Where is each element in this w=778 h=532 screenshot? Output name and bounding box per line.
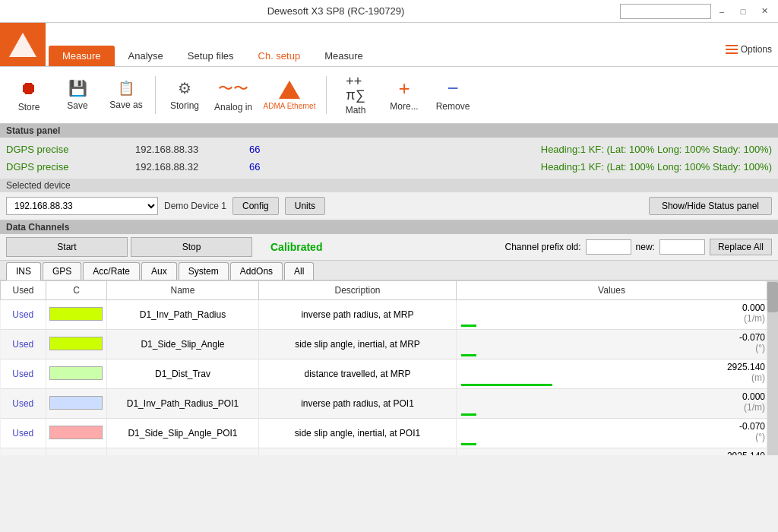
table-row: UsedD1_Side_Slip_Angle_POI1side slip ang… — [1, 419, 767, 448]
cell-color — [46, 419, 107, 448]
save-as-button[interactable]: 📋 Save as — [103, 71, 149, 120]
col-color: C — [46, 281, 107, 300]
prefix-new-input[interactable] — [659, 239, 705, 255]
cell-color — [46, 330, 107, 359]
cell-name: D1_Inv_Path_Radius — [107, 300, 259, 330]
replace-all-button[interactable]: Replace All — [710, 239, 772, 255]
menu-bar: Measure Analyse Setup files Ch. setup Me… — [0, 23, 778, 67]
units-button[interactable]: Units — [285, 197, 325, 215]
device-name-label: Demo Device 1 — [164, 201, 226, 211]
table-scroll-wrapper: Used C Name Description Values UsedD1_In… — [0, 280, 767, 455]
maximize-button[interactable]: □ — [735, 4, 751, 19]
table-area: Used C Name Description Values UsedD1_In… — [0, 280, 778, 455]
search-input[interactable] — [620, 4, 711, 19]
minimize-button[interactable]: – — [714, 4, 729, 19]
selected-device-section: Selected device 192.168.88.33 Demo Devic… — [0, 179, 778, 220]
status-port-1[interactable]: 66 — [249, 144, 272, 155]
cell-description: inverse path radius, at MRP — [259, 300, 457, 330]
adma-ethernet-button[interactable]: ADMA Ethernet — [259, 71, 320, 120]
title-bar: Dewesoft X3 SP8 (RC-190729) – □ ✕ — [0, 0, 778, 23]
status-port-2[interactable]: 66 — [249, 161, 272, 173]
status-info-1: Heading:1 KF: (Lat: 100% Long: 100% Stad… — [541, 144, 772, 155]
remove-icon: − — [447, 78, 458, 98]
status-ip-2: 192.168.88.32 — [135, 161, 234, 173]
save-as-label: Save as — [109, 100, 142, 110]
tab-analyse[interactable]: Analyse — [118, 46, 174, 66]
tab-setup-files[interactable]: Setup files — [177, 46, 245, 66]
show-hide-button[interactable]: Show/Hide Status panel — [649, 197, 772, 215]
data-channels-section: Data Channels Start Stop Calibrated Chan… — [0, 220, 778, 455]
math-button[interactable]: ++π∑ Math — [333, 71, 378, 120]
cell-used: Used — [1, 389, 46, 419]
device-select[interactable]: 192.168.88.33 — [6, 197, 158, 215]
status-device-2: DGPS precise — [6, 161, 120, 173]
prefix-old-input[interactable] — [586, 239, 631, 255]
analog-in-label: Analog in — [214, 102, 252, 112]
cell-name: D1_Side_Slip_Angle — [107, 330, 259, 359]
tab-aux[interactable]: Aux — [141, 262, 177, 280]
col-description: Description — [259, 281, 457, 300]
selected-device-header: Selected device — [0, 179, 778, 192]
storing-button[interactable]: ⚙ Storing — [162, 71, 207, 120]
save-as-icon: 📋 — [118, 80, 134, 97]
store-label: Store — [18, 102, 40, 112]
tab-addons[interactable]: AddOns — [230, 262, 283, 280]
scrollbar-thumb[interactable] — [767, 282, 778, 312]
toolbar: ⏺ Store 💾 Save 📋 Save as ⚙ Storing 〜〜 An… — [0, 67, 778, 124]
tab-system[interactable]: System — [179, 262, 229, 280]
col-values: Values — [457, 281, 767, 300]
tab-ins[interactable]: INS — [6, 262, 41, 280]
storing-label: Storing — [170, 100, 199, 111]
options-label: Options — [741, 44, 772, 55]
cell-description: distance travelled, at POI1 — [259, 448, 457, 456]
data-channels-toolbar: Start Stop Calibrated Channel prefix old… — [0, 234, 778, 261]
remove-label: Remove — [436, 101, 470, 112]
table-row: UsedD1_Dist_Trav_POI1distance travelled,… — [1, 448, 767, 456]
options-button[interactable]: Options — [726, 44, 772, 55]
cell-name: D1_Dist_Trav — [107, 359, 259, 389]
config-button[interactable]: Config — [232, 197, 279, 215]
cell-used: Used — [1, 448, 46, 456]
hamburger-icon — [726, 45, 738, 54]
tab-measure-active[interactable]: Measure — [49, 46, 115, 66]
prefix-old-label: Channel prefix old: — [505, 242, 581, 252]
cell-color — [46, 448, 107, 456]
prefix-new-label: new: — [636, 242, 655, 252]
tab-gps[interactable]: GPS — [43, 262, 81, 280]
stop-button[interactable]: Stop — [131, 237, 252, 257]
cell-used: Used — [1, 359, 46, 389]
close-button[interactable]: ✕ — [757, 4, 772, 19]
analog-in-button[interactable]: 〜〜 Analog in — [210, 71, 256, 120]
table-header-row: Used C Name Description Values — [1, 281, 767, 300]
start-button[interactable]: Start — [6, 237, 128, 257]
cell-description: distance travelled, at MRP — [259, 359, 457, 389]
cell-color — [46, 300, 107, 330]
table-row: UsedD1_Inv_Path_Radiusinverse path radiu… — [1, 300, 767, 330]
table-row: UsedD1_Dist_Travdistance travelled, at M… — [1, 359, 767, 389]
save-button[interactable]: 💾 Save — [55, 71, 100, 120]
tab-all[interactable]: All — [284, 262, 314, 280]
more-label: More... — [390, 101, 418, 112]
remove-button[interactable]: − Remove — [430, 71, 476, 120]
save-label: Save — [67, 100, 87, 111]
selected-device-controls: 192.168.88.33 Demo Device 1 Config Units… — [0, 192, 778, 220]
window-title: Dewesoft X3 SP8 (RC-190729) — [267, 5, 405, 17]
tab-ch-setup[interactable]: Ch. setup — [248, 46, 312, 66]
cell-value: 0.000 (1/m) — [457, 300, 767, 330]
store-button[interactable]: ⏺ Store — [6, 71, 52, 120]
tab-acc-rate[interactable]: Acc/Rate — [83, 262, 140, 280]
cell-description: side slip angle, inertial, at POI1 — [259, 419, 457, 448]
more-icon: + — [398, 78, 410, 98]
cell-description: side slip angle, inertial, at MRP — [259, 330, 457, 359]
toolbar-separator-1 — [155, 76, 156, 114]
status-panel-header: Status panel — [0, 124, 778, 138]
data-channels-header: Data Channels — [0, 220, 778, 234]
status-ip-1: 192.168.88.33 — [135, 144, 234, 155]
tab-measure-2[interactable]: Measure — [314, 46, 374, 66]
app-logo — [0, 23, 46, 66]
scrollbar[interactable] — [767, 280, 778, 455]
more-button[interactable]: + More... — [381, 71, 427, 120]
save-icon: 💾 — [68, 79, 87, 97]
status-panel-body: DGPS precise 192.168.88.33 66 Heading:1 … — [0, 138, 778, 179]
store-icon: ⏺ — [20, 78, 38, 99]
